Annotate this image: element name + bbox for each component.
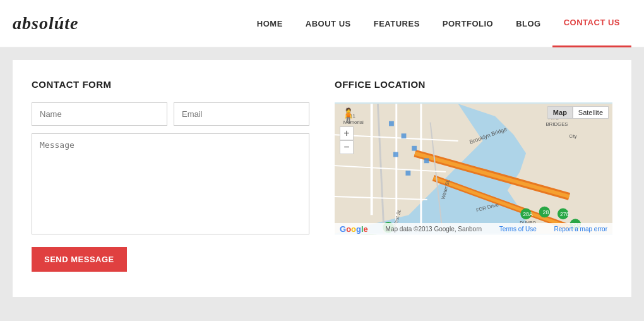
- nav-about[interactable]: ABOUT US: [294, 0, 362, 47]
- svg-text:BRIDGES: BRIDGES: [546, 121, 568, 127]
- svg-text:City: City: [569, 134, 577, 139]
- form-row-name-email: [32, 102, 309, 126]
- nav-portfolio[interactable]: PORTFOLIO: [431, 0, 504, 47]
- zoom-in-button[interactable]: +: [340, 126, 354, 140]
- svg-rect-28: [402, 133, 407, 138]
- map-data-credit: Map data ©2013 Google, Sanborn: [386, 226, 482, 233]
- map-person-icon[interactable]: 🧍: [340, 107, 357, 124]
- email-input[interactable]: [174, 102, 309, 126]
- map-type-map-button[interactable]: Map: [547, 106, 573, 119]
- two-col-layout: CONTACT FORM SEND MESSAGE OFFICE LOCATIO…: [32, 79, 612, 272]
- terms-of-use-link[interactable]: Terms of Use: [499, 226, 537, 233]
- svg-rect-32: [405, 171, 410, 176]
- content-card: CONTACT FORM SEND MESSAGE OFFICE LOCATIO…: [13, 60, 631, 297]
- name-input[interactable]: [32, 102, 167, 126]
- nav-contact[interactable]: CONTACT US: [552, 0, 631, 47]
- google-logo: Google: [340, 224, 368, 234]
- map-type-satellite-button[interactable]: Satellite: [573, 106, 609, 119]
- svg-text:28: 28: [543, 209, 549, 215]
- nav-features[interactable]: FEATURES: [362, 0, 431, 47]
- send-message-button[interactable]: SEND MESSAGE: [32, 247, 127, 272]
- svg-rect-30: [424, 158, 429, 163]
- office-location-title: OFFICE LOCATION: [335, 79, 612, 90]
- contact-form-title: CONTACT FORM: [32, 79, 309, 90]
- report-map-error-link[interactable]: Report a map error: [554, 226, 607, 233]
- svg-text:28A: 28A: [523, 211, 533, 217]
- svg-rect-27: [389, 121, 394, 126]
- logo[interactable]: absolúte: [13, 13, 78, 33]
- svg-rect-29: [412, 146, 417, 151]
- svg-rect-31: [393, 152, 398, 157]
- map-container: 9/11 Memorial TWO BRIDGES City Brooklyn …: [335, 102, 612, 235]
- main-nav: HOME ABOUT US FEATURES PORTFOLIO BLOG CO…: [246, 0, 631, 47]
- main-wrapper: CONTACT FORM SEND MESSAGE OFFICE LOCATIO…: [0, 47, 644, 310]
- nav-home[interactable]: HOME: [246, 0, 294, 47]
- svg-text:278: 278: [560, 211, 569, 217]
- map-svg: 9/11 Memorial TWO BRIDGES City Brooklyn …: [335, 102, 612, 235]
- nav-blog[interactable]: BLOG: [504, 0, 552, 47]
- map-type-controls: Map Satellite: [547, 106, 609, 119]
- zoom-out-button[interactable]: −: [340, 140, 354, 154]
- map-zoom-controls: + −: [340, 126, 354, 154]
- header: absolúte HOME ABOUT US FEATURES PORTFOLI…: [0, 0, 644, 47]
- message-textarea[interactable]: [32, 133, 309, 234]
- contact-form-section: CONTACT FORM SEND MESSAGE: [32, 79, 309, 272]
- map-footer: Google Map data ©2013 Google, Sanborn Te…: [335, 223, 612, 235]
- office-location-section: OFFICE LOCATION: [335, 79, 612, 272]
